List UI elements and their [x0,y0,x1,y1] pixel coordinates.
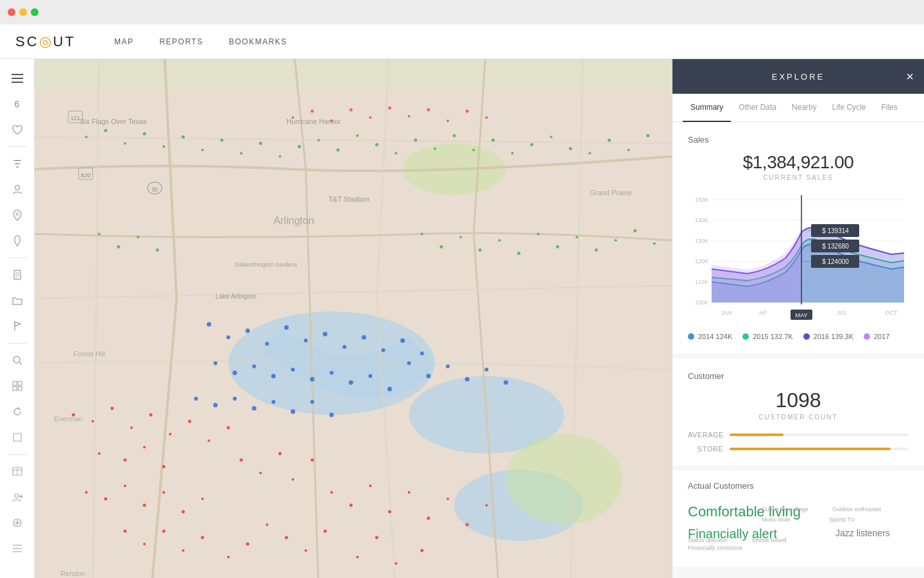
table-icon[interactable] [6,460,29,483]
menu-icon[interactable] [6,67,29,90]
svg-point-90 [123,529,126,532]
nav-map[interactable]: MAP [114,37,134,46]
heart-icon[interactable] [6,118,29,141]
word-music-lover: Music lover [762,516,791,523]
svg-text:Grand Prairie: Grand Prairie [590,189,632,197]
svg-point-70 [104,497,107,500]
svg-rect-1 [12,78,23,79]
tab-nearby[interactable]: Nearby [784,94,825,122]
svg-point-77 [259,471,262,474]
svg-point-158 [414,139,417,142]
list-icon[interactable] [6,537,29,560]
svg-point-126 [388,387,392,391]
svg-point-189 [311,110,314,113]
sales-amount: $1,384,921.00 [688,152,909,173]
svg-point-105 [207,322,211,327]
svg-point-188 [291,116,294,119]
svg-point-159 [434,147,436,150]
customer-count: 1098 [688,389,909,412]
panel-content: Sales $1,384,921.00 CURRENT SALES 150K 1… [672,122,924,578]
person-icon[interactable] [6,178,29,201]
word-jazz-listeners: Jazz listeners [835,528,890,538]
refresh-icon[interactable] [6,400,29,423]
svg-point-84 [388,510,391,513]
svg-text:120K: 120K [695,258,708,265]
svg-text:AP: AP [759,310,767,316]
svg-point-75 [201,498,204,500]
svg-point-88 [466,523,469,526]
svg-text:Lake Arlington: Lake Arlington [216,293,257,300]
svg-point-123 [330,371,334,374]
close-dot[interactable] [8,8,15,16]
svg-point-142 [104,129,107,132]
add-icon[interactable] [6,511,29,534]
logo-highlight: ◎ [39,33,53,49]
svg-rect-17 [13,387,17,390]
svg-text:JUL: JUL [837,310,847,316]
flag-icon[interactable] [6,315,29,338]
svg-point-137 [446,364,450,368]
divider-3 [8,343,27,344]
tab-other-data[interactable]: Other Data [731,94,784,122]
svg-point-113 [362,335,366,340]
map-canvas[interactable]: Arlington Grand Prairie Forest Hill Ever… [35,59,672,578]
svg-point-141 [85,136,87,138]
svg-point-80 [311,459,314,462]
svg-point-94 [201,536,204,539]
svg-point-89 [485,504,488,507]
legend-2017: 2017 [864,333,889,340]
svg-point-164 [530,143,533,146]
word-during-college: During the college [762,506,809,512]
folder-icon[interactable] [6,289,29,312]
svg-point-191 [349,109,352,112]
svg-text:30: 30 [151,186,158,193]
layers2-icon[interactable] [6,426,29,449]
nav-links: MAP REPORTS BOOKMARKS [114,37,287,46]
svg-point-92 [162,529,166,532]
svg-rect-2 [12,82,23,83]
svg-point-78 [278,452,282,455]
tab-files[interactable]: Files [873,94,905,122]
left-sidebar: 6 [0,59,35,578]
customer-bars: AVERAGE STORE [688,431,909,453]
user-add-icon[interactable] [6,486,29,509]
tab-life-cycle[interactable]: Life Cycle [825,94,874,122]
nav-bookmarks[interactable]: BOOKMARKS [229,37,287,46]
svg-point-56 [72,413,75,416]
grid-icon[interactable] [6,374,29,398]
maximize-dot[interactable] [31,8,38,16]
layers-icon[interactable]: 6 [6,92,29,116]
svg-point-168 [608,139,611,142]
filter-icon[interactable] [6,152,29,175]
search-map-icon[interactable] [6,349,29,372]
svg-point-135 [407,361,411,365]
svg-point-85 [408,491,411,494]
pin-icon[interactable] [6,229,29,252]
minimize-dot[interactable] [19,8,27,16]
svg-text:Rendon: Rendon [60,570,85,577]
svg-point-63 [208,439,210,442]
svg-point-58 [110,407,114,410]
svg-point-181 [537,232,540,235]
svg-point-87 [447,498,449,500]
panel-close-button[interactable]: × [906,69,914,84]
svg-point-23 [15,494,19,498]
svg-point-68 [162,465,166,468]
map-area[interactable]: Arlington Grand Prairie Forest Hill Ever… [35,59,672,578]
nav-reports[interactable]: REPORTS [159,37,203,46]
svg-point-72 [143,504,146,507]
svg-point-154 [336,148,339,152]
panel-tabs: Summary Other Data Nearby Life Cycle Fil… [672,94,924,122]
svg-text:$ 124000: $ 124000 [822,258,849,265]
window-controls [8,8,38,16]
svg-rect-16 [18,381,22,385]
svg-point-186 [633,229,637,232]
svg-point-120 [271,374,276,378]
svg-point-116 [420,351,424,355]
divider-4 [8,454,27,455]
svg-point-73 [162,491,165,494]
tab-summary[interactable]: Summary [683,94,731,122]
word-cloud: Comfortable living Financially alert Jaz… [688,498,909,556]
document-icon[interactable] [6,263,29,286]
location-icon[interactable] [6,204,29,227]
